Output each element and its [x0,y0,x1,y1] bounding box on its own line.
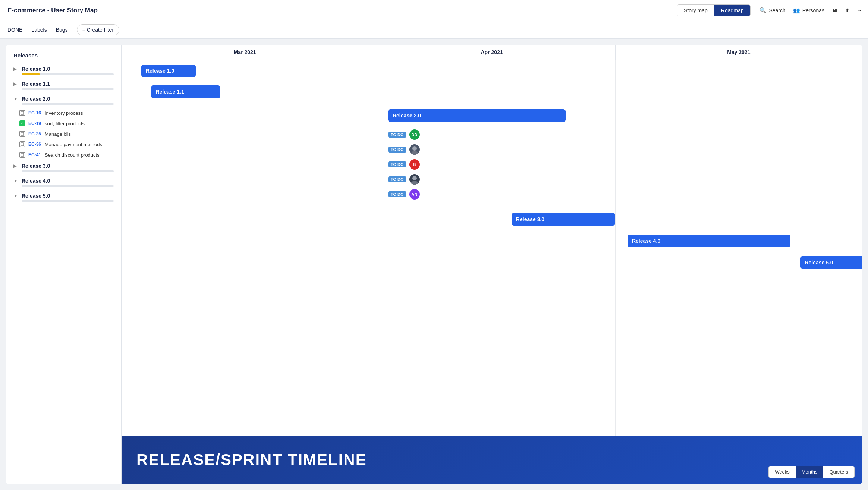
story-item-ec41[interactable]: EC-41 Search discount products [6,150,121,160]
done-filter[interactable]: DONE [7,27,22,33]
view-roadmap-button[interactable]: Roadmap [714,5,751,16]
release-2_0-bar [22,103,114,105]
release-item-1_0[interactable]: ▶ Release 1.0 [6,63,121,78]
svg-rect-3 [21,153,24,156]
search-label: Search [769,7,785,13]
view-toggle: Story map Roadmap [677,4,751,16]
labels-filter[interactable]: Labels [31,27,47,33]
todo-badge-ec41: TO DO [388,191,406,197]
share-icon [845,7,850,14]
bugs-filter[interactable]: Bugs [56,27,68,33]
release-item-4_0[interactable]: ▼ Release 4.0 [6,175,121,190]
story-row-ec36: TO DO [388,174,420,185]
time-period-selector: Weeks Months Quarters [768,466,855,478]
svg-point-6 [412,176,417,180]
monitor-icon [832,7,837,13]
search-action[interactable]: Search [760,7,785,14]
release-bar-4_0[interactable]: Release 4.0 [628,235,790,247]
release-1_1-bar [22,88,114,90]
more-icon [857,6,861,14]
avatar-ec36 [409,174,420,185]
search-icon [760,7,767,14]
story-title-ec35: Manage bils [45,131,71,137]
view-story-map-button[interactable]: Story map [677,5,714,16]
sidebar-header: Releases [6,51,121,63]
release-bar-5_0[interactable]: Release 5.0 [800,256,862,269]
weeks-button[interactable]: Weeks [769,466,796,478]
personas-action[interactable]: Personas [793,7,824,14]
svg-rect-1 [21,132,24,135]
story-title-ec19: sort, filter products [45,121,85,126]
create-filter-button[interactable]: + Create filter [77,24,119,35]
story-item-ec16[interactable]: EC-16 Inventory process [6,108,121,118]
release-item-5_0[interactable]: ▼ Release 5.0 [6,190,121,205]
timeline-area: Mar 2021 Apr 2021 May 2021 Release 1.0 R… [122,45,862,484]
story-icon-ec35 [19,131,25,137]
release-bar-4_0-label: Release 4.0 [632,238,660,244]
chevron-right-icon-3_0: ▶ [13,163,19,169]
release-3_0-bar [22,170,114,172]
story-icon-ec16 [19,110,25,116]
story-icon-ec41 [19,152,25,158]
avatar-ec19 [409,144,420,155]
chevron-right-icon-1_1: ▶ [13,81,19,87]
release-4_0-bar [22,185,114,187]
topbar: E-commerce - User Story Map Story map Ro… [0,0,868,21]
release-bar-1_1-label: Release 1.1 [155,89,184,95]
month-apr-2021: Apr 2021 [368,45,615,60]
story-row-ec19: TO DO [388,144,420,155]
story-id-ec16: EC-16 [28,110,42,116]
month-may-2021: May 2021 [616,45,862,60]
story-item-ec19[interactable]: ✓ EC-19 sort, filter products [6,118,121,129]
story-title-ec16: Inventory process [45,110,83,116]
release-bar-3_0[interactable]: Release 3.0 [512,213,615,226]
quarters-button[interactable]: Quarters [823,466,854,478]
todo-badge-ec19: TO DO [388,147,406,153]
topbar-actions: Search Personas [760,6,861,14]
todo-badge-ec16: TO DO [388,132,406,138]
story-item-ec35[interactable]: EC-35 Manage bils [6,129,121,139]
story-icon-ec36 [19,141,25,147]
release-bar-1_0[interactable]: Release 1.0 [141,65,196,77]
story-title-ec41: Search discount products [45,152,100,158]
svg-point-7 [411,181,418,185]
story-id-ec19: EC-19 [28,121,42,126]
app-title: E-commerce - User Story Map [7,7,677,14]
release-5_0-name: Release 5.0 [22,193,50,199]
release-3_0-name: Release 3.0 [22,163,50,169]
svg-rect-2 [21,143,24,146]
release-1_0-bar [22,73,114,75]
story-title-ec36: Manage payment methods [45,142,102,147]
story-id-ec41: EC-41 [28,152,42,157]
avatar-ec16: DD [409,129,420,140]
release-item-1_1[interactable]: ▶ Release 1.1 [6,78,121,93]
monitor-action[interactable] [832,7,837,13]
release-bar-2_0[interactable]: Release 2.0 [388,109,566,122]
todo-badge-ec36: TO DO [388,176,406,182]
avatar-ec41: AN [409,189,420,200]
more-action[interactable] [857,6,861,14]
banner-text: RELEASE/SPRINT TIMELINE [136,451,367,469]
release-item-3_0[interactable]: ▶ Release 3.0 [6,160,121,175]
story-row-ec16: TO DO DD [388,129,420,140]
todo-badge-ec35: TO DO [388,161,406,167]
share-action[interactable] [845,7,850,14]
release-4_0-name: Release 4.0 [22,178,50,184]
timeline-header: Mar 2021 Apr 2021 May 2021 [122,45,862,60]
release-bar-5_0-label: Release 5.0 [805,260,833,266]
release-bar-1_1[interactable]: Release 1.1 [151,85,220,98]
release-item-2_0[interactable]: ▼ Release 2.0 [6,93,121,108]
release-bar-1_0-label: Release 1.0 [146,68,174,74]
release-1_0-bar-fill [22,73,40,75]
month-mar-2021: Mar 2021 [122,45,368,60]
release-bar-2_0-label: Release 2.0 [393,113,421,119]
chevron-down-icon-5_0: ▼ [13,193,19,198]
story-id-ec35: EC-35 [28,131,42,136]
months-button[interactable]: Months [796,466,824,478]
gantt-col-may [616,60,862,484]
gantt-content: Release 1.0 Release 1.1 Release 2.0 TO D… [122,60,862,484]
story-item-ec36[interactable]: EC-36 Manage payment methods [6,139,121,150]
personas-icon [793,7,800,14]
chevron-right-icon: ▶ [13,66,19,72]
svg-point-4 [412,146,417,151]
